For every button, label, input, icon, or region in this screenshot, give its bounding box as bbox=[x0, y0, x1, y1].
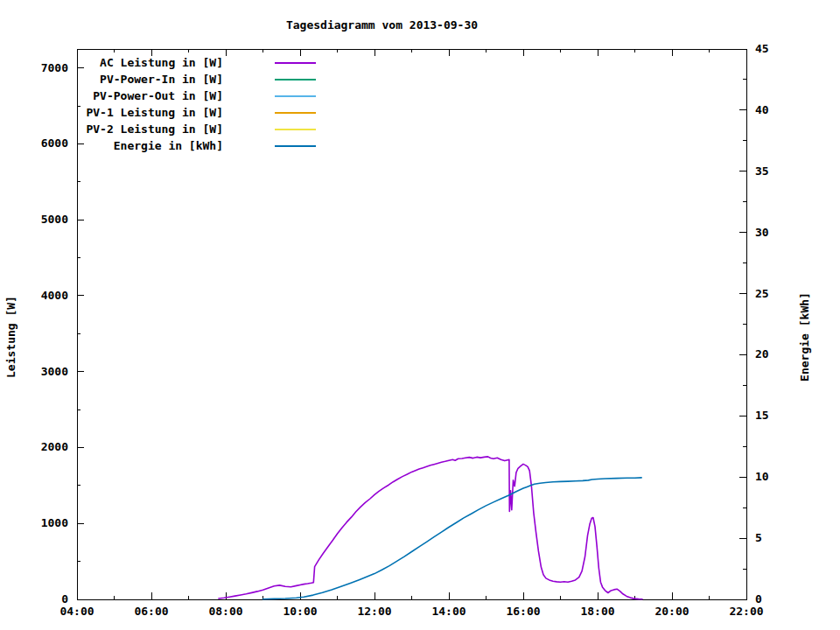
y-right-tick-label: 5 bbox=[755, 531, 762, 544]
legend-row-pv2-leistung: PV-2 Leistung in [W] bbox=[77, 121, 316, 137]
x-tick-label: 04:00 bbox=[60, 605, 94, 618]
legend-row-energie: Energie in [kWh] bbox=[77, 137, 316, 154]
legend-row-ac-leistung: AC Leistung in [W] bbox=[77, 54, 316, 71]
chart-legend: AC Leistung in [W]PV-Power-In in [W]PV-P… bbox=[77, 54, 316, 154]
y-right-tick-label: 0 bbox=[755, 592, 762, 606]
y-left-tick-label: 4000 bbox=[41, 289, 68, 302]
x-tick-label: 20:00 bbox=[654, 605, 689, 618]
y-left-tick-label: 2000 bbox=[41, 440, 68, 453]
legend-label-energie: Energie in [kWh] bbox=[77, 139, 223, 152]
x-tick-label: 06:00 bbox=[134, 605, 168, 618]
legend-row-pv1-leistung: PV-1 Leistung in [W] bbox=[77, 104, 316, 121]
legend-line-sample-pv-power-in bbox=[275, 79, 316, 80]
chart-page: Tagesdiagramm vom 2013-09-30 Leistung [W… bbox=[0, 0, 840, 630]
y-right-tick-label: 40 bbox=[755, 103, 769, 116]
x-tick-label: 16:00 bbox=[506, 605, 540, 618]
legend-label-pv-power-in: PV-Power-In in [W] bbox=[77, 73, 223, 86]
legend-row-pv-power-in: PV-Power-In in [W] bbox=[77, 71, 316, 88]
legend-label-pv-power-out: PV-Power-Out in [W] bbox=[77, 89, 223, 102]
y-right-tick-label: 35 bbox=[755, 164, 769, 178]
x-tick-label: 18:00 bbox=[580, 605, 614, 618]
y-right-tick-label: 25 bbox=[755, 287, 769, 300]
x-tick-label: 10:00 bbox=[283, 605, 317, 618]
y-left-tick-label: 1000 bbox=[41, 516, 68, 529]
y-left-tick-label: 5000 bbox=[41, 213, 68, 226]
y-right-tick-label: 45 bbox=[755, 42, 769, 55]
y-right-tick-label: 30 bbox=[755, 226, 769, 239]
x-tick-label: 22:00 bbox=[729, 605, 763, 618]
legend-line-sample-pv2-leistung bbox=[275, 129, 316, 130]
legend-label-pv1-leistung: PV-1 Leistung in [W] bbox=[77, 106, 223, 119]
series-line-ac-leistung bbox=[219, 457, 642, 599]
legend-line-sample-pv-power-out bbox=[275, 95, 316, 97]
legend-row-pv-power-out: PV-Power-Out in [W] bbox=[77, 88, 316, 104]
y-left-tick-label: 6000 bbox=[41, 136, 68, 150]
y-left-tick-label: 7000 bbox=[41, 61, 68, 74]
legend-label-pv2-leistung: PV-2 Leistung in [W] bbox=[77, 122, 223, 136]
legend-label-ac-leistung: AC Leistung in [W] bbox=[77, 56, 223, 69]
y-right-tick-label: 10 bbox=[755, 470, 769, 483]
x-tick-label: 14:00 bbox=[431, 605, 466, 618]
legend-line-sample-energie bbox=[275, 145, 316, 147]
x-tick-label: 12:00 bbox=[357, 605, 391, 618]
x-tick-label: 08:00 bbox=[208, 605, 242, 618]
y-left-tick-label: 0 bbox=[61, 592, 68, 606]
y-right-tick-label: 20 bbox=[755, 347, 769, 360]
y-left-tick-label: 3000 bbox=[41, 365, 68, 378]
legend-line-sample-pv1-leistung bbox=[275, 112, 316, 114]
y-right-tick-label: 15 bbox=[755, 409, 769, 422]
series-line-energie bbox=[263, 478, 642, 599]
legend-line-sample-ac-leistung bbox=[275, 62, 316, 64]
